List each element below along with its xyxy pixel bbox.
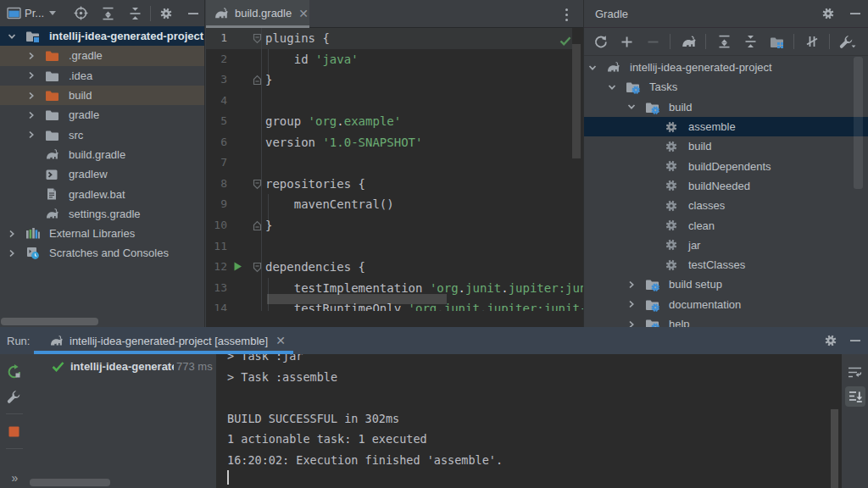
project-horizontal-scrollbar[interactable]	[1, 318, 98, 325]
editor-options-kebab-icon[interactable]	[559, 6, 574, 23]
tree-item--idea[interactable]: .idea	[0, 66, 204, 86]
chevron-right-icon[interactable]	[5, 227, 19, 241]
main-area: Pr... intellij-idea-generated-project.gr…	[0, 0, 868, 327]
code-line-6[interactable]: 6version '1.0-SNAPSHOT'	[206, 132, 583, 153]
tree-item-builddependents[interactable]: buildDependents	[584, 156, 868, 175]
code-text: group 'org.example'	[265, 111, 401, 132]
code-line-12[interactable]: 12dependencies {	[206, 257, 583, 278]
code-line-2[interactable]: 2 id 'java'	[206, 49, 583, 70]
stop-icon	[8, 426, 19, 437]
tree-item-scratches-and-consoles[interactable]: Scratches and Consoles	[0, 243, 204, 263]
close-run-tab-icon[interactable]: ✕	[275, 336, 286, 345]
tree-item-assemble[interactable]: assemble	[584, 117, 868, 136]
code-line-4[interactable]: 4	[206, 91, 583, 112]
attach-gradle-project-button[interactable]	[615, 30, 637, 53]
tree-item-build[interactable]: build	[584, 97, 868, 117]
tree-item-src[interactable]: src	[0, 125, 204, 144]
tree-item-documentation[interactable]: documentation	[584, 295, 868, 314]
run-tab[interactable]: intellij-idea-generated-project [assembl…	[34, 327, 293, 354]
offline-mode-button[interactable]	[801, 30, 823, 53]
tree-item-testclasses[interactable]: testClasses	[584, 255, 868, 274]
more-options-chevrons-icon[interactable]: »	[0, 471, 28, 485]
scroll-to-end-button[interactable]	[845, 386, 865, 407]
stop-button[interactable]	[5, 422, 24, 441]
code-line-11[interactable]: 11	[206, 236, 583, 258]
hide-gradle-panel-button[interactable]	[844, 3, 866, 25]
gradle-vertical-scrollbar[interactable]	[854, 57, 863, 189]
tree-item-clean[interactable]: clean	[584, 215, 868, 235]
chevron-right-icon[interactable]	[625, 297, 638, 311]
tree-item-external-libraries[interactable]: External Libraries	[0, 224, 204, 243]
chevron-down-icon[interactable]	[586, 61, 599, 75]
tree-indent	[25, 187, 38, 201]
code-line-3[interactable]: 3}	[206, 69, 583, 91]
code-line-1[interactable]: 1plugins {	[206, 28, 583, 49]
project-view-selector[interactable]: Pr...	[7, 7, 56, 19]
chevron-down-icon[interactable]	[5, 30, 19, 43]
tree-item-classes[interactable]: classes	[584, 196, 868, 215]
execute-gradle-task-button[interactable]	[677, 30, 699, 53]
run-settings-button[interactable]	[824, 334, 837, 347]
chevron-right-icon[interactable]	[25, 89, 38, 103]
code-line-9[interactable]: 9 mavenCentral()	[206, 194, 583, 215]
soft-wrap-button[interactable]	[845, 362, 865, 382]
chevron-right-icon[interactable]	[25, 49, 38, 63]
tab-build-gradle[interactable]: build.gradle ✕	[206, 0, 309, 28]
tree-item-gradlew[interactable]: gradlew	[0, 164, 204, 184]
expand-all-button[interactable]	[97, 3, 119, 25]
tree-item-tasks[interactable]: Tasks	[584, 77, 868, 97]
tree-item-build[interactable]: build	[584, 136, 868, 156]
tree-item--gradle[interactable]: .gradle	[0, 46, 204, 65]
hide-run-panel-button[interactable]	[849, 335, 861, 347]
code-line-5[interactable]: 5group 'org.example'	[206, 111, 583, 132]
run-console[interactable]: > Task :jar> Task :assembleBUILD SUCCESS…	[216, 354, 842, 488]
tree-item-build-setup[interactable]: build setup	[584, 274, 868, 294]
chevron-right-icon[interactable]	[25, 108, 38, 122]
tree-item-build-gradle[interactable]: build.gradle	[0, 145, 204, 164]
tree-item-intellij-idea-generated-project[interactable]: intellij-idea-generated-project	[584, 58, 868, 77]
fold-end-icon[interactable]	[253, 75, 262, 86]
hide-project-panel-button[interactable]	[182, 3, 204, 25]
run-configuration-settings-button[interactable]	[5, 387, 24, 406]
editor-vertical-scrollbar[interactable]	[572, 44, 581, 158]
run-tree-horizontal-scrollbar[interactable]	[30, 479, 110, 486]
fold-start-icon[interactable]	[253, 33, 262, 44]
tree-item-jar[interactable]: jar	[584, 236, 868, 255]
refresh-gradle-button[interactable]	[589, 30, 611, 53]
fold-start-icon[interactable]	[253, 262, 262, 273]
project-settings-button[interactable]	[155, 3, 177, 25]
expand-all-button[interactable]	[713, 30, 735, 53]
detach-gradle-project-button[interactable]	[642, 30, 664, 53]
collapse-all-button[interactable]	[124, 3, 146, 25]
gradle-build-settings-button[interactable]	[837, 30, 859, 53]
run-result-row[interactable]: intellij-idea-generated-project 773 ms	[52, 357, 213, 376]
close-tab-icon[interactable]: ✕	[298, 9, 309, 18]
sources-button[interactable]	[765, 30, 787, 53]
fold-end-icon[interactable]	[253, 220, 262, 231]
collapse-all-button[interactable]	[739, 30, 761, 53]
locate-file-button[interactable]	[70, 3, 92, 25]
run-gutter-icon[interactable]	[232, 261, 243, 272]
chevron-down-icon[interactable]	[625, 100, 638, 114]
tree-item-gradle[interactable]: gradle	[0, 105, 204, 125]
editor-horizontal-scrollbar[interactable]	[267, 294, 447, 304]
tree-item-buildneeded[interactable]: buildNeeded	[584, 176, 868, 196]
chevron-right-icon[interactable]	[25, 128, 38, 141]
code-line-8[interactable]: 8repositories {	[206, 174, 583, 195]
code-line-10[interactable]: 10}	[206, 215, 583, 236]
tree-item-intellij-idea-generated-project[interactable]: intellij-idea-generated-project	[0, 26, 204, 46]
chevron-right-icon[interactable]	[5, 247, 19, 260]
chevron-down-icon[interactable]	[605, 80, 619, 94]
code-area[interactable]: 1plugins {2 id 'java'3}45group 'org.exam…	[206, 28, 583, 311]
chevron-right-icon[interactable]	[25, 69, 38, 82]
tree-item-gradlew-bat[interactable]: gradlew.bat	[0, 184, 204, 203]
run-result-name: intellij-idea-generated-project	[70, 360, 174, 373]
rerun-button[interactable]	[5, 363, 24, 381]
chevron-right-icon[interactable]	[625, 278, 638, 291]
tree-item-build[interactable]: build	[0, 86, 204, 105]
gradle-settings-button[interactable]	[817, 3, 839, 25]
fold-start-icon[interactable]	[253, 179, 262, 190]
inspections-ok-icon[interactable]	[559, 35, 571, 47]
tree-item-settings-gradle[interactable]: settings.gradle	[0, 204, 204, 224]
code-line-7[interactable]: 7	[206, 152, 583, 174]
